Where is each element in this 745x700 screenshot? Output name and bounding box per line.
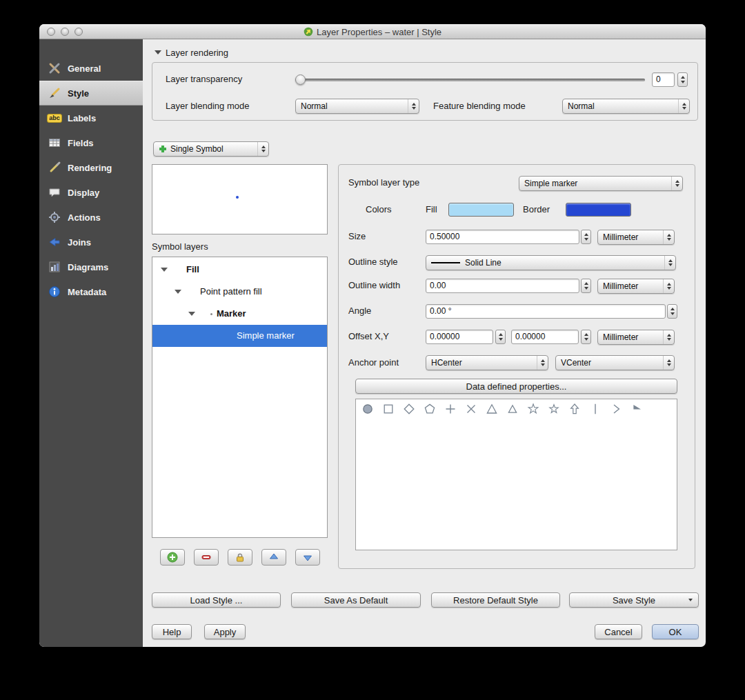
marker-shape-equilateral-triangle-icon[interactable] xyxy=(506,403,519,415)
marker-shape-regular-star-icon[interactable] xyxy=(548,403,560,415)
gear-icon xyxy=(48,210,61,224)
marker-shape-chevron-icon[interactable] xyxy=(610,403,622,415)
tree-item-fill[interactable]: Fill xyxy=(152,259,327,281)
save-style-dropdown-arrow-icon xyxy=(688,599,693,601)
layer-transparency-stepper[interactable] xyxy=(677,72,688,87)
marker-shape-line-icon[interactable] xyxy=(589,403,602,415)
dropdown-arrows-icon xyxy=(664,256,675,270)
outline-style-value: Solid Line xyxy=(465,258,662,268)
anchor-point-label: Anchor point xyxy=(348,355,399,370)
offset-x-stepper[interactable] xyxy=(495,330,506,344)
outline-width-stepper[interactable] xyxy=(581,279,591,293)
outline-style-select[interactable]: Solid Line xyxy=(426,255,676,270)
layer-transparency-value-input[interactable]: 0 xyxy=(652,72,675,87)
marker-shape-cross2-icon[interactable] xyxy=(465,403,477,415)
outline-style-label: Outline style xyxy=(348,254,398,270)
anchor-vertical-select[interactable]: VCenter xyxy=(555,355,675,370)
lock-color-button[interactable] xyxy=(228,549,252,566)
sidebar-item-diagrams[interactable]: Diagrams xyxy=(39,254,143,279)
symbol-layer-type-select[interactable]: Simple marker xyxy=(519,176,683,191)
layer-blending-mode-select[interactable]: Normal xyxy=(295,99,419,114)
size-label: Size xyxy=(348,229,366,244)
sidebar-item-style[interactable]: Style xyxy=(39,81,143,106)
layer-transparency-slider[interactable] xyxy=(295,79,645,81)
restore-default-style-button[interactable]: Restore Default Style xyxy=(431,592,560,608)
marker-shape-row xyxy=(361,403,643,415)
move-layer-up-button[interactable] xyxy=(261,549,286,566)
sidebar-item-display[interactable]: Display xyxy=(39,180,143,205)
sidebar-item-actions[interactable]: Actions xyxy=(39,205,143,230)
add-symbol-layer-button[interactable] xyxy=(160,549,185,566)
save-style-button[interactable]: Save Style xyxy=(569,592,699,608)
anchor-vertical-value: VCenter xyxy=(561,358,660,368)
fill-color-swatch[interactable] xyxy=(448,203,514,217)
expand-triangle-icon[interactable] xyxy=(161,268,168,272)
anchor-horizontal-select[interactable]: HCenter xyxy=(426,355,548,370)
data-defined-properties-button[interactable]: Data defined properties... xyxy=(355,379,677,394)
move-layer-down-button[interactable] xyxy=(295,549,320,566)
sidebar-item-label: Actions xyxy=(68,212,101,223)
symbol-preview-marker xyxy=(236,196,239,199)
marker-shape-star-icon[interactable] xyxy=(527,403,539,415)
sidebar-item-general[interactable]: General xyxy=(39,56,143,81)
sidebar-item-label: Labels xyxy=(68,113,96,123)
marker-shape-pentagon-icon[interactable] xyxy=(424,403,436,415)
size-input[interactable]: 0.50000 xyxy=(426,230,579,244)
remove-symbol-layer-button[interactable] xyxy=(194,549,219,566)
speech-bubble-icon xyxy=(48,186,61,199)
sidebar-item-rendering[interactable]: Rendering xyxy=(39,155,143,180)
outline-width-input[interactable]: 0.00 xyxy=(426,279,579,293)
tools-icon xyxy=(48,61,61,75)
layer-transparency-label: Layer transparency xyxy=(166,72,242,87)
size-stepper[interactable] xyxy=(581,230,591,244)
angle-stepper[interactable] xyxy=(667,304,677,319)
tree-item-point-pattern-fill[interactable]: Point pattern fill xyxy=(152,281,327,303)
sidebar-item-label: General xyxy=(68,63,101,74)
sidebar-item-metadata[interactable]: Metadata xyxy=(39,279,143,304)
tree-item-simple-marker[interactable]: Simple marker xyxy=(152,325,327,347)
sidebar-item-fields[interactable]: Fields xyxy=(39,130,143,155)
feature-blending-mode-select[interactable]: Normal xyxy=(562,99,690,114)
titlebar[interactable]: Layer Properties – water | Style xyxy=(39,24,706,39)
angle-label: Angle xyxy=(348,303,371,319)
help-button[interactable]: Help xyxy=(152,624,192,639)
sidebar-item-label: Style xyxy=(68,88,89,99)
border-color-swatch[interactable] xyxy=(566,203,631,217)
sidebar-item-labels[interactable]: abc Labels xyxy=(39,106,143,130)
expand-triangle-icon[interactable] xyxy=(175,290,181,294)
marker-shape-triangle-icon[interactable] xyxy=(486,403,498,415)
minus-icon xyxy=(201,552,212,563)
marker-shape-square-icon[interactable] xyxy=(382,403,395,415)
layer-transparency-slider-knob[interactable] xyxy=(295,74,306,85)
outline-width-unit-select[interactable]: Millimeter xyxy=(597,279,675,294)
expand-triangle-icon[interactable] xyxy=(188,312,195,316)
marker-shape-palette xyxy=(355,399,677,550)
offset-y-stepper[interactable] xyxy=(581,330,591,344)
window-title-text: Layer Properties – water | Style xyxy=(317,27,441,37)
layer-rendering-collapse-icon[interactable] xyxy=(155,50,161,54)
offset-unit-select[interactable]: Millimeter xyxy=(597,330,675,345)
info-icon xyxy=(48,285,61,299)
join-arrow-icon xyxy=(48,235,61,249)
apply-button[interactable]: Apply xyxy=(204,624,246,639)
cancel-button[interactable]: Cancel xyxy=(595,624,642,639)
ok-button[interactable]: OK xyxy=(652,624,699,639)
dropdown-arrows-icon xyxy=(663,356,674,370)
load-style-button[interactable]: Load Style ... xyxy=(152,592,281,608)
marker-shape-half-arrowhead-icon[interactable] xyxy=(630,403,643,415)
dropdown-arrows-icon xyxy=(671,177,682,190)
offset-y-input[interactable]: 0.00000 xyxy=(511,330,579,344)
tree-item-marker[interactable]: Marker xyxy=(152,303,327,325)
save-as-default-button[interactable]: Save As Default xyxy=(291,592,421,608)
size-unit-select[interactable]: Millimeter xyxy=(597,230,675,245)
renderer-type-select[interactable]: Single Symbol xyxy=(153,141,269,157)
dropdown-arrows-icon xyxy=(663,330,674,344)
sidebar-item-joins[interactable]: Joins xyxy=(39,230,143,254)
marker-shape-circle-icon[interactable] xyxy=(361,403,374,415)
marker-bullet-icon xyxy=(210,313,212,315)
angle-input[interactable]: 0.00 ° xyxy=(426,304,666,319)
marker-shape-arrow-icon[interactable] xyxy=(568,403,581,415)
marker-shape-cross-icon[interactable] xyxy=(444,403,457,415)
marker-shape-diamond-icon[interactable] xyxy=(403,403,415,415)
offset-x-input[interactable]: 0.00000 xyxy=(426,330,493,344)
